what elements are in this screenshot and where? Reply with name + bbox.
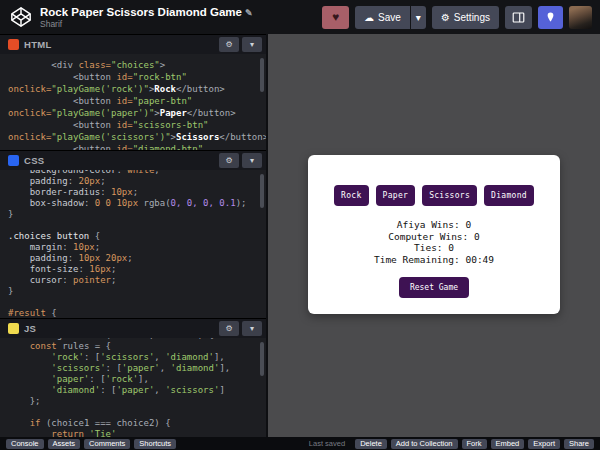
- game-card: RockPaperScissorsDiamond Afiya Wins: 0Co…: [308, 155, 560, 314]
- choice-button[interactable]: Paper: [376, 185, 416, 206]
- pen-title-text: Rock Paper Scissors Diamond Game: [40, 6, 242, 18]
- change-view-button[interactable]: [505, 6, 532, 29]
- main-split: HTML ⚙ ▾ <div class="choices"> <button i…: [0, 34, 600, 437]
- css-icon: [8, 155, 19, 166]
- pin-icon: [545, 11, 556, 23]
- footer-left-buttons: ConsoleAssetsCommentsShortcuts: [6, 439, 176, 449]
- chevron-down-icon: ▾: [416, 12, 421, 23]
- codepen-editor: Rock Paper Scissors Diamond Game✎ Sharif…: [0, 0, 600, 450]
- avatar[interactable]: [569, 6, 592, 29]
- chevron-down-icon: ▾: [250, 40, 254, 49]
- like-button[interactable]: ♥: [322, 6, 349, 29]
- footer-panel-button[interactable]: Assets: [48, 439, 81, 449]
- edit-title-icon[interactable]: ✎: [245, 8, 253, 18]
- pen-title-block: Rock Paper Scissors Diamond Game✎ Sharif: [40, 6, 253, 29]
- footer-panel-button[interactable]: Shortcuts: [134, 439, 176, 449]
- codepen-logo-icon[interactable]: [10, 6, 32, 28]
- choice-button[interactable]: Rock: [334, 185, 368, 206]
- html-code-area[interactable]: <div class="choices"> <button id="rock-b…: [0, 54, 266, 150]
- footer-action-button[interactable]: Delete: [355, 439, 387, 449]
- choice-button[interactable]: Diamond: [484, 185, 534, 206]
- html-editor-label: HTML: [24, 39, 52, 50]
- save-dropdown-button[interactable]: ▾: [411, 6, 426, 29]
- js-editor-collapse-button[interactable]: ▾: [242, 321, 262, 336]
- gear-icon: ⚙: [225, 324, 232, 333]
- gear-icon: ⚙: [441, 12, 450, 23]
- choice-button[interactable]: Scissors: [422, 185, 477, 206]
- save-button-group: ☁ Save ▾: [355, 6, 426, 29]
- js-editor-header: JS ⚙ ▾: [0, 318, 266, 338]
- settings-label: Settings: [454, 12, 490, 23]
- footer-action-button[interactable]: Add to Collection: [391, 439, 458, 449]
- top-bar: Rock Paper Scissors Diamond Game✎ Sharif…: [0, 0, 600, 34]
- score-line: Ties: 0: [318, 242, 550, 254]
- html-editor-panel: HTML ⚙ ▾ <div class="choices"> <button i…: [0, 34, 266, 150]
- css-editor-settings-button[interactable]: ⚙: [219, 153, 239, 168]
- footer-panel-button[interactable]: Comments: [84, 439, 130, 449]
- pin-button[interactable]: [538, 6, 563, 29]
- footer-panel-button[interactable]: Console: [6, 439, 44, 449]
- settings-button[interactable]: ⚙ Settings: [432, 6, 499, 29]
- save-status: Last saved: [309, 439, 345, 448]
- css-editor-panel: CSS ⚙ ▾ background-color: white; padding…: [0, 150, 266, 318]
- js-editor-settings-button[interactable]: ⚙: [219, 321, 239, 336]
- html-icon: [8, 39, 19, 50]
- pen-title: Rock Paper Scissors Diamond Game✎: [40, 6, 253, 18]
- score-line: Computer Wins: 0: [318, 231, 550, 243]
- reset-game-button[interactable]: Reset Game: [399, 277, 469, 298]
- js-icon: [8, 323, 19, 334]
- js-editor-label: JS: [24, 323, 36, 334]
- css-editor-collapse-button[interactable]: ▾: [242, 153, 262, 168]
- save-button[interactable]: ☁ Save: [355, 6, 410, 29]
- score-line: Time Remaining: 00:49: [318, 254, 550, 266]
- js-code-area[interactable]: function getWinner(choice1, choice2) { c…: [0, 338, 266, 437]
- html-editor-settings-button[interactable]: ⚙: [219, 37, 239, 52]
- chevron-down-icon: ▾: [250, 156, 254, 165]
- footer-action-button[interactable]: Fork: [462, 439, 487, 449]
- save-label: Save: [378, 12, 401, 23]
- layout-view-icon: [512, 11, 525, 24]
- chevron-down-icon: ▾: [250, 324, 254, 333]
- gear-icon: ⚙: [225, 40, 232, 49]
- footer-action-button[interactable]: Export: [528, 439, 560, 449]
- html-editor-collapse-button[interactable]: ▾: [242, 37, 262, 52]
- cloud-icon: ☁: [364, 12, 374, 23]
- bottom-bar: ConsoleAssetsCommentsShortcuts Last save…: [0, 437, 600, 450]
- heart-icon: ♥: [332, 10, 339, 24]
- pen-author[interactable]: Sharif: [40, 19, 253, 29]
- score-line: Afiya Wins: 0: [318, 219, 550, 231]
- footer-right-buttons: Last saved DeleteAdd to CollectionForkEm…: [309, 439, 594, 449]
- css-editor-header: CSS ⚙ ▾: [0, 150, 266, 170]
- js-editor-panel: JS ⚙ ▾ function getWinner(choice1, choic…: [0, 318, 266, 437]
- choice-buttons-row: RockPaperScissorsDiamond: [318, 185, 550, 206]
- editors-column: HTML ⚙ ▾ <div class="choices"> <button i…: [0, 34, 268, 437]
- footer-action-button[interactable]: Embed: [491, 439, 525, 449]
- preview-pane: RockPaperScissorsDiamond Afiya Wins: 0Co…: [268, 34, 600, 437]
- css-editor-label: CSS: [24, 155, 44, 166]
- gear-icon: ⚙: [225, 156, 232, 165]
- html-editor-header: HTML ⚙ ▾: [0, 34, 266, 54]
- css-code-area[interactable]: background-color: white; padding: 20px; …: [0, 170, 266, 318]
- footer-action-button[interactable]: Share: [564, 439, 594, 449]
- score-board: Afiya Wins: 0Computer Wins: 0Ties: 0Time…: [318, 219, 550, 265]
- footer-action-buttons: DeleteAdd to CollectionForkEmbedExportSh…: [355, 439, 594, 449]
